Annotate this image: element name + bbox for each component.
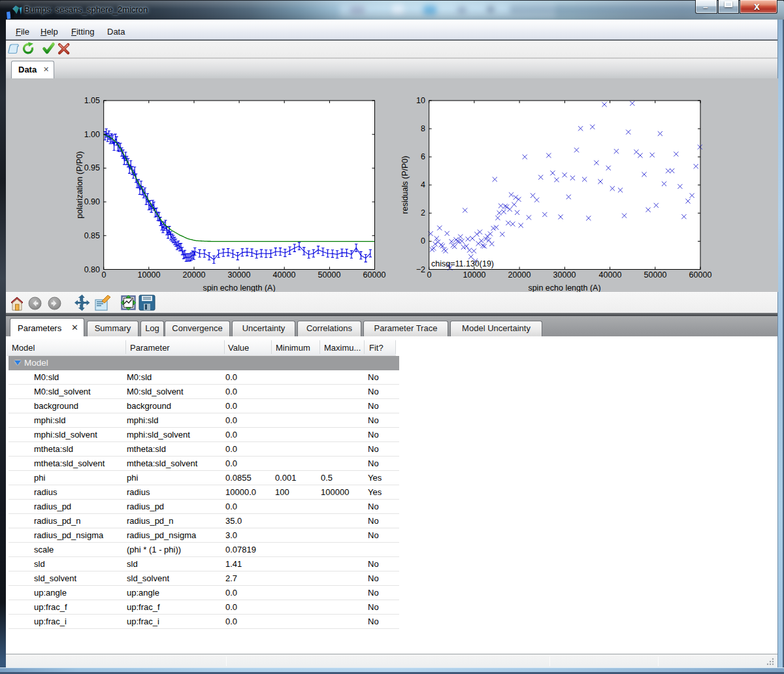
svg-text:50000: 50000 [644, 270, 667, 280]
svg-text:0.90: 0.90 [84, 197, 100, 206]
svg-text:polarization (P/P0): polarization (P/P0) [75, 152, 84, 219]
svg-text:1.05: 1.05 [84, 96, 100, 105]
svg-text:chisq=11.130(19): chisq=11.130(19) [431, 259, 494, 268]
svg-text:0: 0 [102, 270, 106, 280]
svg-text:40000: 40000 [273, 270, 296, 280]
svg-text:8: 8 [421, 124, 425, 133]
svg-text:0.80: 0.80 [84, 265, 100, 274]
svg-text:20000: 20000 [183, 270, 206, 280]
svg-text:1.00: 1.00 [84, 130, 100, 139]
svg-text:−2: −2 [416, 265, 425, 274]
svg-text:10000: 10000 [463, 270, 486, 280]
svg-text:residuals (P/P0): residuals (P/P0) [400, 156, 410, 214]
svg-text:0: 0 [427, 270, 432, 280]
svg-text:0.85: 0.85 [84, 231, 100, 240]
svg-text:4: 4 [421, 180, 425, 189]
svg-text:0.95: 0.95 [84, 163, 100, 172]
svg-text:10000: 10000 [138, 270, 161, 280]
svg-text:20000: 20000 [508, 270, 531, 280]
svg-text:0: 0 [421, 236, 425, 246]
svg-text:60000: 60000 [689, 270, 712, 280]
svg-text:10: 10 [416, 96, 425, 105]
svg-text:spin echo length (A): spin echo length (A) [203, 283, 275, 292]
svg-text:40000: 40000 [599, 270, 622, 280]
svg-text:50000: 50000 [318, 270, 341, 280]
svg-text:30000: 30000 [228, 270, 251, 280]
svg-text:30000: 30000 [553, 270, 576, 280]
svg-text:6: 6 [421, 152, 425, 161]
svg-text:2: 2 [421, 208, 425, 217]
svg-text:spin echo length (A): spin echo length (A) [528, 283, 600, 292]
svg-text:60000: 60000 [363, 270, 386, 280]
